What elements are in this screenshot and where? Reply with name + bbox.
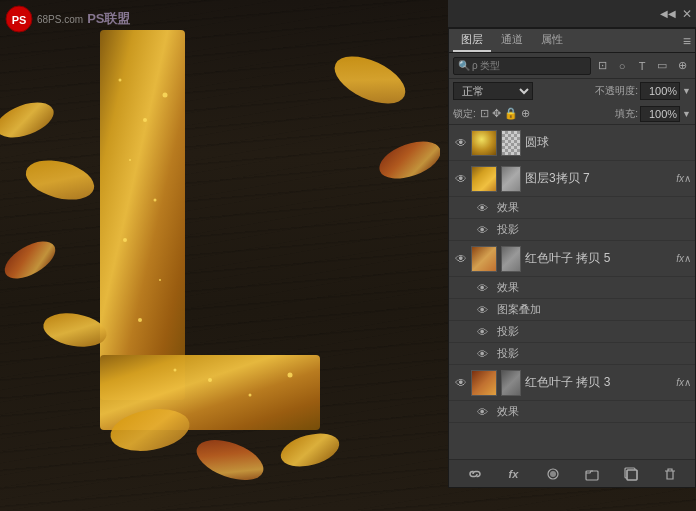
layers-list[interactable]: 👁 圆球 👁 图层3拷贝 7 fx ∧ 👁 效果 👁 投影 — [449, 125, 695, 459]
svg-point-9 — [123, 238, 127, 242]
layer-visibility-yuanqiu[interactable]: 👁 — [453, 135, 469, 151]
opacity-value[interactable]: 100% — [640, 82, 680, 100]
layer-sub-effects-1[interactable]: 👁 效果 — [449, 197, 695, 219]
new-layer-icon[interactable] — [620, 463, 642, 485]
layer-item-redleaf3[interactable]: 👁 红色叶子 拷贝 3 fx ∧ — [449, 365, 695, 401]
filter-adjust-icon[interactable]: ○ — [613, 57, 631, 75]
svg-point-14 — [249, 394, 252, 397]
layer-item-redleaf5[interactable]: 👁 红色叶子 拷贝 5 fx ∧ — [449, 241, 695, 277]
layer-mask-tuccopy7 — [501, 166, 521, 192]
layer-sub-shadow-2a[interactable]: 👁 投影 — [449, 321, 695, 343]
svg-text:PS: PS — [12, 14, 27, 26]
layer-item-yuanqiu[interactable]: 👁 圆球 — [449, 125, 695, 161]
layer-expand-tuccopy7[interactable]: ∧ — [684, 173, 691, 184]
layer-thumb-yuanqiu — [471, 130, 497, 156]
fill-chevron: ▼ — [682, 109, 691, 119]
brand-text: PS联盟 — [87, 10, 130, 28]
top-bar: ◀◀ ✕ — [448, 0, 696, 28]
panel-footer: fx — [449, 459, 695, 487]
svg-rect-31 — [627, 470, 637, 480]
svg-rect-29 — [586, 471, 598, 480]
layer-visibility-redleaf3[interactable]: 👁 — [453, 375, 469, 391]
layer-thumb-redleaf5 — [471, 246, 497, 272]
svg-point-7 — [163, 93, 168, 98]
sub-name-pattern: 图案叠加 — [493, 302, 541, 317]
svg-point-5 — [143, 118, 147, 122]
filter-pixel-icon[interactable]: ⊡ — [593, 57, 611, 75]
lock-artboard-icon[interactable]: ⊕ — [521, 107, 530, 120]
new-group-icon[interactable] — [581, 463, 603, 485]
blend-mode-row: 正常 不透明度: 100% ▼ — [449, 79, 695, 103]
layer-expand-redleaf5[interactable]: ∧ — [684, 253, 691, 264]
layer-visibility-tuccopy7[interactable]: 👁 — [453, 171, 469, 187]
layer-expand-redleaf3[interactable]: ∧ — [684, 377, 691, 388]
fill-label: 填充: — [615, 107, 638, 121]
collapse-icon[interactable]: ◀◀ — [660, 8, 676, 19]
tab-layers[interactable]: 图层 — [453, 29, 491, 52]
layer-mask-redleaf5 — [501, 246, 521, 272]
layer-sub-effects-3[interactable]: 👁 效果 — [449, 401, 695, 423]
layer-name-redleaf5: 红色叶子 拷贝 5 — [525, 250, 674, 267]
layer-name-redleaf3: 红色叶子 拷贝 3 — [525, 374, 674, 391]
layer-visibility-redleaf5[interactable]: 👁 — [453, 251, 469, 267]
opacity-label: 不透明度: — [595, 84, 638, 98]
search-placeholder: ρ 类型 — [472, 59, 500, 73]
sub-name-shadow-2b: 投影 — [493, 346, 519, 361]
opacity-chevron: ▼ — [682, 86, 691, 96]
fx-button[interactable]: fx — [503, 463, 525, 485]
svg-point-10 — [159, 279, 161, 281]
filter-shape-icon[interactable]: ▭ — [653, 57, 671, 75]
lock-position-icon[interactable]: ✥ — [492, 107, 501, 120]
layer-fx-tuccopy7: fx — [676, 173, 684, 184]
sub-eye-effects-2[interactable]: 👁 — [477, 282, 493, 294]
lock-pixel-icon[interactable]: ⊡ — [480, 107, 489, 120]
layer-fx-redleaf3: fx — [676, 377, 684, 388]
lock-all-icon[interactable]: 🔒 — [504, 107, 518, 120]
sub-eye-effects-1[interactable]: 👁 — [477, 202, 493, 214]
link-layers-icon[interactable] — [464, 463, 486, 485]
canvas-artwork — [0, 0, 440, 511]
layer-search-input[interactable]: 🔍 ρ 类型 — [453, 57, 591, 75]
delete-layer-icon[interactable] — [659, 463, 681, 485]
lock-label: 锁定: — [453, 107, 476, 121]
sub-eye-effects-3[interactable]: 👁 — [477, 406, 493, 418]
layer-sub-shadow-1[interactable]: 👁 投影 — [449, 219, 695, 241]
lock-row: 锁定: ⊡ ✥ 🔒 ⊕ 填充: 100% ▼ — [449, 103, 695, 125]
svg-point-8 — [154, 199, 157, 202]
fill-value[interactable]: 100% — [640, 106, 680, 122]
svg-point-15 — [288, 373, 293, 378]
sub-eye-shadow-2b[interactable]: 👁 — [477, 348, 493, 360]
layer-mask-yuanqiu — [501, 130, 521, 156]
layers-panel: 图层 通道 属性 ≡ 🔍 ρ 类型 ⊡ ○ T ▭ ⊕ 正常 不透明度: 100… — [448, 28, 696, 488]
svg-point-13 — [208, 378, 212, 382]
tab-properties[interactable]: 属性 — [533, 29, 571, 52]
layer-search-bar: 🔍 ρ 类型 ⊡ ○ T ▭ ⊕ — [449, 53, 695, 79]
panel-tabs: 图层 通道 属性 ≡ — [449, 29, 695, 53]
layer-sub-shadow-2b[interactable]: 👁 投影 — [449, 343, 695, 365]
sub-name-shadow-1: 投影 — [493, 222, 519, 237]
layer-sub-pattern[interactable]: 👁 图案叠加 — [449, 299, 695, 321]
panel-menu-icon[interactable]: ≡ — [683, 33, 691, 49]
sub-eye-pattern[interactable]: 👁 — [477, 304, 493, 316]
sub-name-shadow-2a: 投影 — [493, 324, 519, 339]
layer-name-tuccopy7: 图层3拷贝 7 — [525, 170, 674, 187]
layer-thumb-tuccopy7 — [471, 166, 497, 192]
watermark-text: 68PS.com — [37, 14, 83, 25]
tab-channels[interactable]: 通道 — [493, 29, 531, 52]
svg-rect-1 — [100, 30, 185, 400]
layer-item-tuccopy7[interactable]: 👁 图层3拷贝 7 fx ∧ — [449, 161, 695, 197]
close-panel-icon[interactable]: ✕ — [682, 7, 692, 21]
canvas-art-area[interactable] — [0, 0, 440, 511]
layer-fx-redleaf5: fx — [676, 253, 684, 264]
svg-point-12 — [174, 369, 177, 372]
layer-mask-redleaf3 — [501, 370, 521, 396]
filter-smart-icon[interactable]: ⊕ — [673, 57, 691, 75]
sub-eye-shadow-2a[interactable]: 👁 — [477, 326, 493, 338]
svg-point-6 — [129, 159, 131, 161]
sub-name-effects-2: 效果 — [493, 280, 519, 295]
blend-mode-select[interactable]: 正常 — [453, 82, 533, 100]
add-mask-icon[interactable] — [542, 463, 564, 485]
filter-text-icon[interactable]: T — [633, 57, 651, 75]
sub-eye-shadow-1[interactable]: 👁 — [477, 224, 493, 236]
layer-sub-effects-2[interactable]: 👁 效果 — [449, 277, 695, 299]
